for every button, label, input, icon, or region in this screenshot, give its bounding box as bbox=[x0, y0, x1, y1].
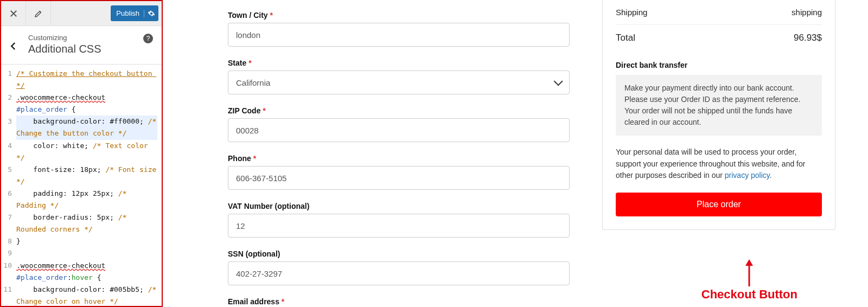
phone-label: Phone * bbox=[228, 154, 570, 163]
pencil-icon bbox=[34, 9, 43, 18]
payment-method-title: Direct bank transfer bbox=[616, 61, 822, 69]
ssn-input[interactable]: 402-27-3297 bbox=[228, 261, 570, 285]
shipping-label: Shipping bbox=[616, 8, 647, 17]
state-label: State * bbox=[228, 59, 570, 67]
customizer-toolbar: Publish bbox=[1, 1, 162, 26]
place-order-button[interactable]: Place order bbox=[616, 193, 822, 216]
gear-icon bbox=[148, 10, 155, 17]
customizer-subheading: Customizing bbox=[28, 34, 152, 42]
back-button[interactable] bbox=[9, 41, 18, 53]
publish-label: Publish bbox=[116, 9, 139, 17]
code-line: 2.woocommerce-checkout #place_order { bbox=[1, 92, 162, 116]
town-input[interactable]: london bbox=[228, 23, 570, 47]
customizer-section-header: ? Customizing Additional CSS bbox=[1, 26, 162, 65]
close-customizer-button[interactable] bbox=[1, 1, 26, 25]
shipping-value: shipping bbox=[792, 8, 822, 17]
chevron-left-icon bbox=[9, 41, 18, 51]
privacy-policy-link[interactable]: privacy policy bbox=[725, 171, 770, 180]
css-editor[interactable]: 1/* Customize the checkout button */2.wo… bbox=[1, 65, 162, 307]
customizer-title: Additional CSS bbox=[28, 43, 152, 55]
publish-button[interactable]: Publish bbox=[111, 5, 158, 21]
state-select[interactable]: California bbox=[228, 71, 570, 94]
publish-settings-button[interactable] bbox=[144, 10, 155, 17]
close-icon bbox=[9, 9, 18, 18]
zip-input[interactable]: 00028 bbox=[228, 118, 570, 142]
code-line: 3 background-color: #ff0000; /* Change t… bbox=[1, 116, 162, 139]
code-line: 8} bbox=[1, 235, 162, 247]
town-label: Town / City * bbox=[228, 11, 570, 20]
code-line: 6 padding: 12px 25px; /* Padding */ bbox=[1, 188, 162, 212]
checkout-form: Town / City * london State * California … bbox=[163, 0, 602, 307]
total-row: Total 96.93$ bbox=[616, 25, 822, 51]
ssn-label: SSN (optional) bbox=[228, 250, 570, 258]
edit-link-button[interactable] bbox=[26, 1, 51, 25]
code-line: 11 background-color: #005bb5; /* Change … bbox=[1, 284, 162, 307]
total-label: Total bbox=[616, 33, 635, 43]
customizer-panel: Publish ? Customizing Additional CSS 1/*… bbox=[0, 0, 163, 307]
code-line: 9 bbox=[1, 247, 162, 259]
email-label: Email address * bbox=[228, 297, 570, 306]
code-line: 7 border-radius: 5px; /* Rounded corners… bbox=[1, 212, 162, 235]
vat-label: VAT Number (optional) bbox=[228, 202, 570, 210]
code-line: 1/* Customize the checkout button */ bbox=[1, 68, 162, 92]
payment-method-info: Make your payment directly into our bank… bbox=[616, 75, 822, 136]
shipping-row: Shipping shipping bbox=[616, 0, 822, 25]
privacy-text: Your personal data will be used to proce… bbox=[616, 146, 822, 182]
code-line: 10.woocommerce-checkout #place_order:hov… bbox=[1, 260, 162, 284]
code-line: 5 font-size: 18px; /* Font size */ bbox=[1, 164, 162, 188]
zip-label: ZIP Code * bbox=[228, 106, 570, 115]
order-summary: Shipping shipping Total 96.93$ Direct ba… bbox=[602, 0, 835, 230]
code-line: 4 color: white; /* Text color */ bbox=[1, 140, 162, 164]
phone-input[interactable]: 606-367-5105 bbox=[228, 166, 570, 190]
help-button[interactable]: ? bbox=[143, 34, 153, 43]
total-value: 96.93$ bbox=[794, 33, 822, 43]
vat-input[interactable]: 12 bbox=[228, 214, 570, 238]
